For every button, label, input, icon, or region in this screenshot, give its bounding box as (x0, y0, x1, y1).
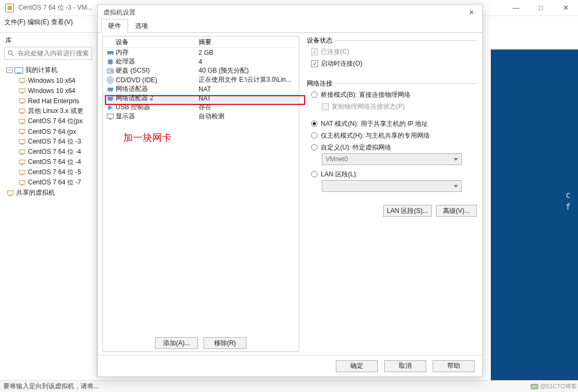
vm-icon (18, 159, 26, 166)
library-search[interactable] (4, 47, 92, 60)
sidebar-item-label: CentOS 7 64 位(px (28, 117, 82, 126)
menubar: 文件(F) 编辑(E) 查看(V) (0, 16, 97, 28)
svg-point-0 (8, 51, 12, 54)
radio-bridged[interactable]: 桥接模式(B): 直接连接物理网络 (311, 90, 411, 99)
svg-rect-32 (108, 54, 109, 55)
menu-view[interactable]: 查看(V) (51, 18, 73, 27)
library-label: 库 (5, 36, 12, 45)
sidebar-vm-item[interactable]: CentOS 7 64 位 -4 (3, 147, 96, 157)
search-input[interactable] (17, 49, 89, 58)
hardware-row[interactable]: 处理器4 (103, 57, 299, 66)
sidebar-vm-item[interactable]: Windows 10 x64 (3, 85, 96, 96)
close-button[interactable]: ✕ (553, 0, 578, 16)
tab-hardware[interactable]: 硬件 (101, 19, 128, 33)
remove-hardware-button[interactable]: 移除(R) (203, 337, 246, 349)
hardware-summary: 正在使用文件 E:\云计算3.0\Lin... (199, 75, 291, 84)
vm-icon (18, 108, 26, 115)
checkbox-connect-poweron[interactable]: 启动时连接(O) (311, 59, 362, 68)
hardware-device: CD/DVD (IDE) (116, 76, 199, 84)
status-bar: 要将输入定向到该虚拟机，请将... (0, 380, 578, 392)
svg-rect-49 (109, 119, 111, 120)
hardware-summary: NAT (199, 85, 211, 93)
tree-root-mycomputer[interactable]: − 我的计算机 (3, 65, 96, 75)
checkbox-icon (322, 103, 329, 110)
hardware-device: 内存 (116, 48, 199, 57)
dialog-close-button[interactable]: ✕ (464, 7, 479, 18)
svg-rect-14 (19, 139, 25, 143)
radio-custom[interactable]: 自定义(U): 特定虚拟网络 (311, 142, 391, 152)
collapse-icon[interactable]: − (6, 67, 12, 73)
radio-hostonly-label: 仅主机模式(H): 与主机共享的专用网络 (321, 131, 430, 140)
hardware-device: 显示器 (116, 112, 199, 121)
sidebar-vm-item[interactable]: CentOS 7 64 位 -4 (3, 157, 96, 167)
sidebar-vm-item[interactable]: Windows 10 x64 (3, 75, 96, 85)
checkbox-replicate-label: 复制物理网络连接状态(P) (332, 102, 405, 111)
hardware-row[interactable]: 网络适配器 2NAT (103, 94, 299, 103)
hardware-device: 处理器 (116, 57, 199, 66)
sidebar-vm-item[interactable]: CentOS 7 64 位 -5 (3, 167, 96, 177)
computer-icon (15, 67, 23, 74)
dialog-tabs: 硬件 选项 (98, 20, 482, 33)
sidebar-item-label: CentOS 7 64 位 -4 (28, 147, 81, 156)
dialog-title: 虚拟机设置 (103, 8, 136, 17)
menu-file[interactable]: 文件(F) (4, 18, 25, 27)
svg-rect-4 (19, 88, 25, 92)
add-hardware-button[interactable]: 添加(A)... (155, 337, 198, 349)
svg-rect-17 (20, 154, 23, 154)
sidebar-vm-item[interactable]: CentOS 7 64 位 -3 (3, 137, 96, 147)
hardware-row[interactable]: CD/DVD (IDE)正在使用文件 E:\云计算3.0\Lin... (103, 75, 299, 84)
radio-nat[interactable]: NAT 模式(N): 用于共享主机的 IP 地址 (311, 119, 428, 129)
hardware-device: 硬盘 (SCSI) (116, 66, 199, 75)
menu-edit[interactable]: 编辑(E) (27, 18, 49, 27)
checkbox-connected[interactable]: 已连接(C) (311, 47, 349, 56)
tab-options[interactable]: 选项 (128, 19, 155, 33)
svg-rect-33 (110, 54, 111, 55)
radio-nat-label: NAT 模式(N): 用于共享主机的 IP 地址 (321, 119, 428, 129)
cancel-button[interactable]: 取消 (384, 360, 426, 372)
sidebar-vm-item[interactable]: CentOS 7 64 (px (3, 126, 96, 137)
tree-root-shared[interactable]: 共享的虚拟机 (3, 188, 96, 198)
sidebar-vm-item[interactable]: CentOS 7 64 位(px (3, 116, 96, 126)
hardware-row[interactable]: 内存2 GB (103, 48, 299, 57)
radio-lan-segment[interactable]: LAN 区段(L): (311, 169, 358, 179)
advanced-button[interactable]: 高级(V)... (436, 205, 477, 217)
hardware-device: 网络适配器 2 (116, 94, 199, 103)
lan-segments-button[interactable]: LAN 区段(S)... (383, 205, 432, 217)
sidebar-item-label: CentOS 7 64 位 -3 (28, 137, 81, 146)
checkbox-connect-poweron-label: 启动时连接(O) (321, 59, 362, 68)
help-button[interactable]: 帮助 (433, 360, 475, 372)
mem-icon (106, 49, 115, 56)
group-network: 网络连接 (307, 79, 333, 88)
vmware-logo-icon (5, 4, 14, 12)
radio-icon (311, 132, 318, 139)
status-text: 要将输入定向到该虚拟机，请将... (3, 382, 99, 391)
hardware-row[interactable]: USB 控制器存在 (103, 103, 299, 112)
chevron-down-icon (454, 185, 458, 188)
maximize-button[interactable]: □ (528, 0, 553, 16)
disk-icon (531, 384, 538, 389)
minimize-button[interactable]: — (504, 0, 528, 16)
sidebar-vm-item[interactable]: Red Hat Enterpris (3, 96, 96, 106)
vm-icon (18, 77, 26, 84)
tree-root-label: 我的计算机 (25, 66, 58, 75)
hardware-row[interactable]: 网络适配器NAT (103, 84, 299, 94)
vm-icon (18, 138, 26, 146)
sidebar-vm-item[interactable]: 其他 Linux 3.x 或更 (3, 106, 96, 116)
svg-rect-45 (111, 100, 112, 101)
svg-point-39 (110, 79, 111, 81)
svg-rect-2 (19, 78, 25, 82)
hardware-row[interactable]: 显示器自动检测 (103, 112, 299, 121)
annotation-text: 加一块网卡 (123, 131, 172, 144)
hardware-buttons: 添加(A)... 移除(R) (102, 335, 299, 351)
svg-rect-47 (110, 106, 112, 109)
vm-icon (18, 97, 26, 105)
vm-icon (18, 169, 26, 176)
svg-rect-48 (107, 114, 114, 118)
svg-rect-34 (112, 54, 113, 55)
hardware-row[interactable]: 硬盘 (SCSI)40 GB (预先分配) (103, 66, 299, 75)
radio-icon (311, 91, 318, 98)
radio-hostonly[interactable]: 仅主机模式(H): 与主机共享的专用网络 (311, 131, 430, 140)
hardware-device: 网络适配器 (116, 84, 199, 94)
sidebar-vm-item[interactable]: CentOS 7 64 位 -7 (3, 177, 96, 188)
ok-button[interactable]: 确定 (336, 360, 378, 372)
